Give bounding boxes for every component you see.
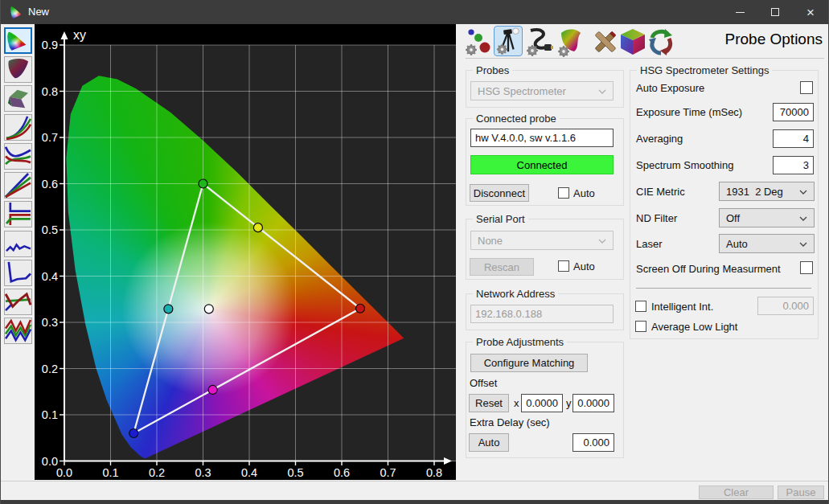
auto-exposure-label: Auto Exposure (636, 82, 704, 94)
svg-text:0.5: 0.5 (287, 466, 303, 479)
connect-auto-checkbox[interactable] (558, 187, 569, 199)
rgb-tracking-thumbnail[interactable] (4, 201, 32, 227)
svg-text:0.8: 0.8 (426, 466, 442, 479)
nd-filter-select[interactable]: Off (719, 208, 815, 227)
spectrum-smoothing-label: Spectrum Smoothing (636, 159, 733, 171)
probe-tripod-icon[interactable] (494, 26, 523, 56)
maximize-icon (771, 8, 779, 16)
laser-select[interactable]: Auto (719, 234, 815, 253)
measurement-dots-icon[interactable] (463, 26, 492, 56)
rgb-linearity-thumbnail[interactable] (4, 172, 32, 199)
rgb-drift-icon (5, 289, 31, 314)
cie-metric-label: CIE Metric (636, 186, 685, 198)
cie-uv-icon (5, 57, 31, 82)
luminance-line-thumbnail[interactable] (4, 260, 32, 286)
exposure-time-label: Exposure Time (mSec) (636, 106, 742, 118)
extra-delay-label: Extra Delay (sec) (470, 416, 550, 428)
rgb-tracking-icon (5, 202, 31, 227)
laser-label: Laser (636, 238, 663, 250)
chevron-down-icon (799, 190, 807, 195)
rgb-levels-thumbnail[interactable] (4, 318, 32, 344)
intelligent-int-checkbox[interactable] (635, 301, 646, 312)
spectrum-smoothing-field[interactable] (773, 156, 814, 174)
rgb-response-thumbnail[interactable] (4, 143, 32, 170)
connect-auto-label: Auto (573, 187, 595, 199)
delta-e-line-thumbnail[interactable] (4, 231, 32, 257)
intelligent-int-label: Intelligent Int. (651, 301, 713, 313)
app-gamut-icon (10, 6, 23, 18)
rgb-gamma-icon (5, 115, 31, 140)
auto-exposure-checkbox[interactable] (800, 81, 813, 94)
maximize-button[interactable] (757, 0, 793, 24)
configure-matching-button[interactable]: Configure Matching (470, 354, 588, 372)
serial-auto-checkbox[interactable] (558, 260, 569, 272)
offset-x-label: x (514, 397, 519, 409)
average-low-light-checkbox[interactable] (635, 321, 646, 332)
offset-reset-button[interactable]: Reset (469, 394, 509, 412)
gamut-3d-thumbnail[interactable] (4, 85, 32, 112)
probes-group-label: Probes (473, 64, 512, 76)
averaging-label: Averaging (636, 133, 683, 145)
minimize-button[interactable] (722, 0, 757, 24)
exposure-time-field[interactable] (773, 103, 814, 121)
app-window: New × (0, 0, 829, 504)
rgb-drift-thumbnail[interactable] (4, 289, 32, 315)
svg-text:0.1: 0.1 (42, 408, 58, 421)
color-cube-icon[interactable] (618, 26, 646, 56)
chevron-down-icon (799, 216, 807, 221)
probe-select: HSG Spectrometer (470, 81, 614, 100)
delta-e-icon (5, 232, 31, 256)
rgb-gamma-curves-thumbnail[interactable] (4, 114, 32, 141)
cie-uv-chart-thumbnail[interactable] (4, 56, 32, 83)
svg-text:0.3: 0.3 (195, 466, 211, 479)
offset-x-field[interactable] (521, 394, 563, 412)
rescan-button: Rescan (470, 258, 534, 276)
hsg-settings-group-label: HSG Spectrometer Settings (637, 64, 772, 76)
connection-status: Connected (470, 155, 614, 174)
svg-text:0.2: 0.2 (149, 466, 165, 479)
rgb-linearity-icon (5, 173, 31, 198)
gamut-3d-icon (5, 86, 31, 111)
offset-y-field[interactable] (573, 394, 614, 412)
serial-cable-icon[interactable] (524, 26, 553, 56)
toolbar-separator (466, 58, 824, 59)
svg-text:0.3: 0.3 (42, 316, 58, 329)
averaging-field[interactable] (773, 129, 814, 148)
svg-text:0.8: 0.8 (42, 85, 58, 98)
offset-label: Offset (470, 377, 497, 389)
svg-text:0.6: 0.6 (334, 466, 350, 479)
close-button[interactable]: × (793, 0, 828, 24)
svg-text:0.9: 0.9 (42, 39, 58, 51)
svg-text:xy: xy (73, 28, 86, 42)
refresh-cycle-icon[interactable] (645, 26, 674, 56)
gamut-shape-icon[interactable] (555, 26, 584, 56)
minimize-icon (736, 12, 745, 13)
svg-text:0.4: 0.4 (42, 270, 58, 283)
svg-text:0.1: 0.1 (102, 466, 118, 479)
probe-adjustments-group-label: Probe Adjustments (473, 336, 567, 348)
cie-horseshoe-icon (7, 31, 29, 51)
disconnect-button[interactable]: Disconnect (470, 184, 529, 202)
chart-overlay: 0.00.10.20.30.40.50.60.70.80.00.10.20.30… (35, 24, 456, 480)
clear-button: Clear (699, 486, 774, 499)
pause-button: Pause (778, 486, 824, 499)
probe-info-field[interactable] (470, 129, 614, 147)
panel-title: Probe Options (725, 31, 823, 48)
rgb-response-icon (5, 144, 31, 169)
cie-metric-select[interactable]: 1931 2 Deg (719, 182, 815, 201)
screen-off-checkbox[interactable] (800, 261, 813, 274)
extra-delay-field[interactable] (573, 433, 614, 452)
luminance-icon (5, 260, 31, 285)
offset-y-label: y (566, 397, 572, 409)
edit-pencils-icon[interactable] (590, 26, 619, 56)
intelligent-int-field (757, 297, 814, 315)
svg-text:0.0: 0.0 (42, 455, 58, 468)
serial-port-select: None (470, 231, 614, 250)
delay-auto-button[interactable]: Auto (469, 433, 509, 452)
network-address-group-label: Network Address (473, 288, 558, 300)
close-icon: × (806, 6, 815, 19)
svg-text:0.4: 0.4 (241, 466, 257, 479)
footer-separator (1, 481, 829, 481)
window-title: New (28, 6, 49, 18)
cie-xy-chart-thumbnail[interactable] (4, 27, 32, 54)
